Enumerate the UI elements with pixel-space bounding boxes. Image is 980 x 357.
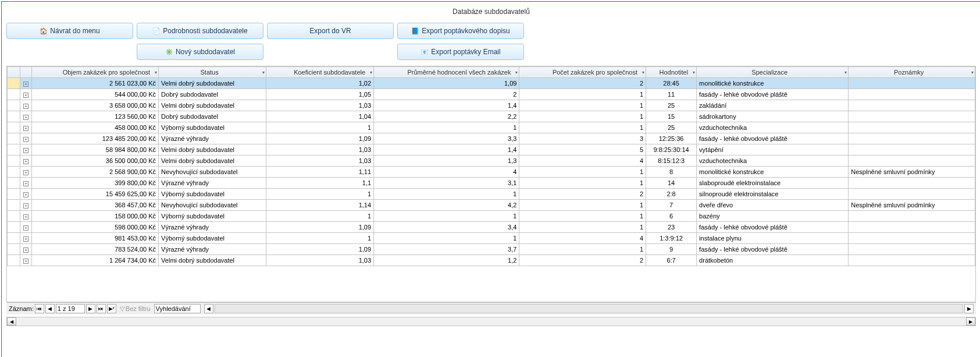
plus-icon[interactable]: +: [23, 148, 28, 153]
cell-pocet[interactable]: 2: [519, 78, 646, 89]
cell-poznamky[interactable]: [849, 155, 975, 167]
cell-objem[interactable]: 2 561 023,00 Kč: [32, 78, 159, 89]
cell-prumer[interactable]: 1,3: [374, 155, 519, 167]
cell-objem[interactable]: 158 000,00 Kč: [32, 211, 159, 222]
cell-status[interactable]: Dobrý subdodavatel: [159, 111, 266, 122]
plus-icon[interactable]: +: [23, 203, 28, 208]
cell-specializace[interactable]: fasády - lehké obvodové pláště: [697, 244, 849, 255]
cell-koef[interactable]: 1: [266, 233, 374, 244]
cell-status[interactable]: Výborný subdodavatel: [159, 122, 266, 133]
cell-koef[interactable]: 1,02: [266, 78, 374, 89]
cell-specializace[interactable]: vzduchotechnika: [697, 122, 849, 133]
cell-hodnotitel[interactable]: 9: [646, 244, 697, 255]
inner-scroll-track[interactable]: [215, 304, 963, 313]
row-selector[interactable]: [8, 178, 20, 189]
inner-scroll-right[interactable]: ▶: [964, 304, 974, 313]
dropdown-icon[interactable]: ▾: [370, 70, 372, 75]
cell-poznamky[interactable]: [849, 244, 975, 255]
cell-status[interactable]: Výrazné výhrady: [159, 133, 266, 144]
cell-pocet[interactable]: 2: [519, 255, 646, 266]
row-selector[interactable]: [8, 155, 20, 167]
cell-pocet[interactable]: 2: [519, 189, 646, 200]
cell-specializace[interactable]: instalace plynu: [697, 233, 849, 244]
cell-poznamky[interactable]: [849, 133, 975, 144]
cell-koef[interactable]: 1,11: [266, 167, 374, 178]
cell-status[interactable]: Dobrý subdodavatel: [159, 89, 266, 100]
cell-hodnotitel[interactable]: 9:8:25:30:14: [646, 144, 697, 155]
new-record-button[interactable]: ▶*: [107, 304, 116, 313]
cell-pocet[interactable]: 1: [519, 122, 646, 133]
cell-hodnotitel[interactable]: 28:45: [646, 78, 697, 89]
cell-poznamky[interactable]: [849, 122, 975, 133]
expand-cell[interactable]: +: [20, 211, 32, 222]
cell-hodnotitel[interactable]: 15: [646, 111, 697, 122]
back-button[interactable]: Návrat do menu: [6, 23, 133, 39]
cell-hodnotitel[interactable]: 7: [646, 200, 697, 211]
cell-objem[interactable]: 2 568 900,00 Kč: [32, 167, 159, 178]
row-selector[interactable]: [8, 222, 20, 233]
cell-hodnotitel[interactable]: 2:8: [646, 189, 697, 200]
export-vr-button[interactable]: Export do VR: [267, 23, 394, 39]
cell-pocet[interactable]: 4: [519, 155, 646, 167]
row-selector[interactable]: [8, 189, 20, 200]
cell-status[interactable]: Nevyhovující subdodavatel: [159, 200, 266, 211]
cell-prumer[interactable]: 1,2: [374, 255, 519, 266]
cell-status[interactable]: Výrazné výhrady: [159, 178, 266, 189]
table-row[interactable]: +123 560,00 KčDobrý subdodavatel1,042,21…: [8, 111, 975, 122]
cell-poznamky[interactable]: [849, 255, 975, 266]
cell-koef[interactable]: 1: [266, 189, 374, 200]
cell-poznamky[interactable]: [849, 78, 975, 89]
cell-objem[interactable]: 368 457,00 Kč: [32, 200, 159, 211]
cell-poznamky[interactable]: [849, 233, 975, 244]
cell-pocet[interactable]: 4: [519, 233, 646, 244]
new-sub-button[interactable]: Nový subdodavatel: [137, 44, 263, 60]
expand-cell[interactable]: +: [20, 167, 32, 178]
cell-prumer[interactable]: 4: [374, 167, 519, 178]
search-input[interactable]: [154, 304, 201, 313]
cell-pocet[interactable]: 1: [519, 178, 646, 189]
table-row[interactable]: +458 000,00 KčVýborný subdodavatel11125v…: [8, 122, 975, 133]
row-selector[interactable]: [8, 233, 20, 244]
cell-specializace[interactable]: monolitické konstrukce: [697, 78, 849, 89]
cell-status[interactable]: Výrazné výhrady: [159, 244, 266, 255]
table-row[interactable]: +15 459 625,00 KčVýborný subdodavatel112…: [8, 189, 975, 200]
cell-koef[interactable]: 1,03: [266, 144, 374, 155]
expand-cell[interactable]: +: [20, 233, 32, 244]
cell-pocet[interactable]: 5: [519, 144, 646, 155]
expand-cell[interactable]: +: [20, 189, 32, 200]
expand-cell[interactable]: +: [20, 133, 32, 144]
cell-koef[interactable]: 1,03: [266, 100, 374, 111]
cell-poznamky[interactable]: Nesplněné smluvní podmínky: [849, 167, 975, 178]
cell-hodnotitel[interactable]: 12:25:36: [646, 133, 697, 144]
row-selector[interactable]: [8, 244, 20, 255]
cell-objem[interactable]: 15 459 625,00 Kč: [32, 189, 159, 200]
cell-koef[interactable]: 1,14: [266, 200, 374, 211]
col-header-hodnotitel[interactable]: Hodnotitel▾: [646, 67, 697, 78]
cell-objem[interactable]: 458 000,00 Kč: [32, 122, 159, 133]
plus-icon[interactable]: +: [23, 259, 28, 264]
cell-pocet[interactable]: 1: [519, 111, 646, 122]
dropdown-icon[interactable]: ▾: [844, 70, 847, 75]
cell-prumer[interactable]: 4,2: [374, 200, 519, 211]
cell-objem[interactable]: 1 264 734,00 Kč: [32, 255, 159, 266]
first-record-button[interactable]: ⏮: [35, 304, 44, 313]
col-header-pocet[interactable]: Počet zakázek pro společnost▾: [519, 67, 646, 78]
expand-cell[interactable]: +: [20, 200, 32, 211]
row-selector[interactable]: [8, 133, 20, 144]
cell-koef[interactable]: 1,03: [266, 155, 374, 167]
dropdown-icon[interactable]: ▾: [515, 70, 518, 75]
table-row[interactable]: +2 568 900,00 KčNevyhovující subdodavate…: [8, 167, 975, 178]
table-row[interactable]: +783 524,00 KčVýrazné výhrady1,093,719fa…: [8, 244, 975, 255]
row-selector[interactable]: [8, 100, 20, 111]
plus-icon[interactable]: +: [23, 181, 28, 186]
row-selector[interactable]: [8, 255, 20, 266]
plus-icon[interactable]: +: [23, 159, 28, 164]
cell-pocet[interactable]: 1: [519, 244, 646, 255]
expand-cell[interactable]: +: [20, 144, 32, 155]
cell-objem[interactable]: 598 000,00 Kč: [32, 222, 159, 233]
table-row[interactable]: +981 453,00 KčVýborný subdodavatel1141:3…: [8, 233, 975, 244]
cell-pocet[interactable]: 1: [519, 167, 646, 178]
table-row[interactable]: +2 561 023,00 KčVelmi dobrý subdodavatel…: [8, 78, 975, 89]
cell-poznamky[interactable]: [849, 144, 975, 155]
cell-status[interactable]: Výrazné výhrady: [159, 222, 266, 233]
